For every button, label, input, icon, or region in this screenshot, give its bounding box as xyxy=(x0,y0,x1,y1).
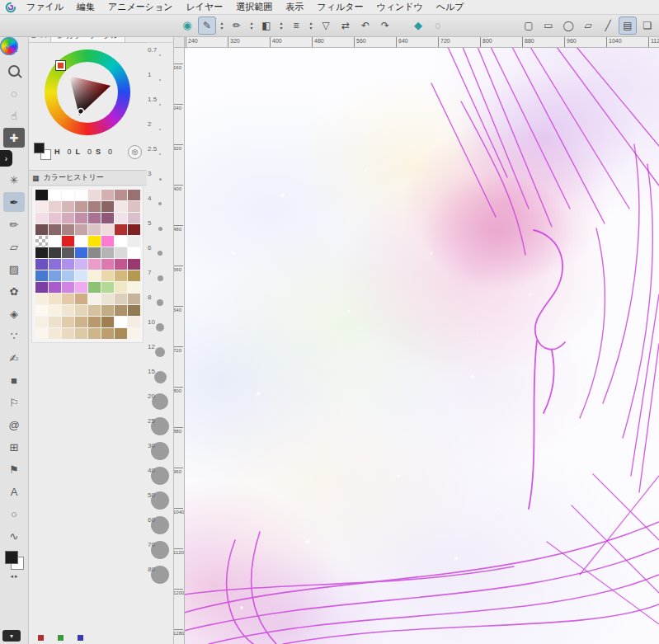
history-swatch[interactable] xyxy=(115,224,127,235)
history-swatch[interactable] xyxy=(115,317,127,327)
history-swatch[interactable] xyxy=(128,247,140,258)
brush-size-item[interactable]: 25 xyxy=(147,414,173,439)
brush-size-item[interactable]: 5 xyxy=(147,216,173,241)
history-swatch[interactable] xyxy=(49,190,61,200)
history-swatch[interactable] xyxy=(62,282,74,293)
brush-size-item[interactable]: 8 xyxy=(147,290,173,315)
history-swatch[interactable] xyxy=(35,201,48,212)
shape-select-button[interactable]: ▱ xyxy=(579,16,597,35)
grid-tool-icon[interactable]: ⊞ xyxy=(3,437,25,457)
history-swatch[interactable] xyxy=(62,259,74,270)
snap-button[interactable]: ◆ xyxy=(409,16,427,35)
history-swatch[interactable] xyxy=(88,270,101,281)
history-swatch[interactable] xyxy=(49,224,61,235)
menu-item-1[interactable]: 編集 xyxy=(70,1,101,13)
history-swatch[interactable] xyxy=(101,259,114,270)
pen-tool-button[interactable]: ✏ xyxy=(228,16,246,35)
foreground-background-swatch[interactable] xyxy=(33,142,53,160)
history-swatch[interactable] xyxy=(128,236,140,247)
history-swatch[interactable] xyxy=(35,328,48,339)
marquee-tool-icon[interactable]: ◌ xyxy=(3,83,25,103)
history-swatch[interactable] xyxy=(88,305,101,316)
history-swatch[interactable] xyxy=(75,213,87,223)
history-swatch[interactable] xyxy=(35,282,48,293)
history-swatch[interactable] xyxy=(35,224,48,235)
history-swatch[interactable] xyxy=(49,259,61,270)
brush-size-item[interactable]: 10 xyxy=(147,315,173,340)
history-swatch[interactable] xyxy=(49,213,61,223)
history-swatch[interactable] xyxy=(115,282,127,293)
history-swatch[interactable] xyxy=(101,201,114,212)
history-swatch[interactable] xyxy=(88,236,101,247)
pages-button[interactable]: ❏ xyxy=(638,16,657,35)
brush-size-item[interactable]: 7 xyxy=(147,266,173,290)
history-swatch[interactable] xyxy=(62,201,74,212)
history-swatch[interactable] xyxy=(115,328,127,339)
brush-size-item[interactable]: 60 xyxy=(147,513,173,538)
history-swatch[interactable] xyxy=(88,213,101,223)
brush-preset-icon[interactable]: ◉ xyxy=(178,16,196,35)
brush-size-item[interactable]: 20 xyxy=(147,389,173,414)
history-swatch[interactable] xyxy=(62,305,74,316)
history-swatch[interactable] xyxy=(75,282,87,293)
history-swatch[interactable] xyxy=(62,213,74,223)
pen-tool-icon[interactable]: ✒ xyxy=(3,192,25,212)
panel-toggle[interactable]: › xyxy=(0,150,12,167)
undo-button[interactable]: ↶ xyxy=(356,16,374,35)
history-swatch[interactable] xyxy=(128,305,140,316)
history-swatch[interactable] xyxy=(35,247,48,258)
history-swatch[interactable] xyxy=(128,201,140,212)
history-swatch[interactable] xyxy=(101,270,114,281)
flag-tool-icon[interactable]: ⚐ xyxy=(3,393,25,412)
menu-item-3[interactable]: レイヤー xyxy=(180,1,230,13)
move-tool-icon[interactable]: ✚ xyxy=(3,128,25,148)
history-swatch[interactable] xyxy=(35,259,48,270)
history-swatch[interactable] xyxy=(62,190,74,200)
smudge-tool-icon[interactable]: ✍ xyxy=(3,348,25,368)
history-swatch[interactable] xyxy=(35,190,48,200)
history-swatch[interactable] xyxy=(75,294,87,304)
history-swatch[interactable] xyxy=(35,317,48,327)
history-swatch[interactable] xyxy=(49,282,61,293)
color-wheel[interactable] xyxy=(45,49,130,135)
history-swatch[interactable] xyxy=(88,282,101,293)
menu-item-5[interactable]: 表示 xyxy=(279,1,310,13)
history-swatch[interactable] xyxy=(128,270,140,281)
banner-tool-icon[interactable]: ⚑ xyxy=(3,459,25,479)
history-swatch[interactable] xyxy=(101,213,114,223)
history-swatch[interactable] xyxy=(49,305,61,316)
eraser-soft-tool-icon[interactable]: ◈ xyxy=(3,303,25,323)
brush-size-item[interactable]: 30 xyxy=(147,439,173,463)
history-swatch[interactable] xyxy=(101,247,114,258)
layers-button[interactable]: ▤ xyxy=(619,16,637,35)
menu-item-4[interactable]: 選択範囲 xyxy=(229,1,279,13)
blur-tool-icon[interactable]: ∵ xyxy=(3,326,25,346)
canvas[interactable] xyxy=(184,47,659,644)
crop-button[interactable]: ▢ xyxy=(520,16,538,35)
history-swatch[interactable] xyxy=(88,190,101,200)
trim-button[interactable]: ▭ xyxy=(539,16,558,35)
palette-foreground-swatch[interactable] xyxy=(5,551,18,564)
line-style-button[interactable]: ≡ xyxy=(287,16,305,35)
history-swatch[interactable] xyxy=(101,224,114,235)
brush-size-item[interactable]: 40 xyxy=(147,463,173,488)
history-swatch[interactable] xyxy=(88,294,101,304)
history-swatch[interactable] xyxy=(115,213,127,223)
history-swatch[interactable] xyxy=(75,259,87,270)
history-swatch[interactable] xyxy=(49,294,61,304)
history-swatch[interactable] xyxy=(62,317,74,327)
history-swatch[interactable] xyxy=(62,224,74,235)
history-swatch[interactable] xyxy=(35,294,48,304)
history-swatch[interactable] xyxy=(115,259,127,270)
brush-size-item[interactable]: 2.5 xyxy=(147,142,173,167)
history-swatch[interactable] xyxy=(115,247,127,258)
history-swatch[interactable] xyxy=(128,259,140,270)
history-swatch[interactable] xyxy=(128,213,140,223)
history-swatch[interactable] xyxy=(128,282,140,293)
zoom-tool-icon[interactable] xyxy=(3,61,25,81)
level-button[interactable]: ▽ xyxy=(317,16,335,35)
brush-size-item[interactable]: 6 xyxy=(147,241,173,266)
brush-size-item[interactable]: 15 xyxy=(147,364,173,389)
history-swatch[interactable] xyxy=(49,328,61,339)
line-tool-button[interactable]: ╱ xyxy=(599,16,617,35)
